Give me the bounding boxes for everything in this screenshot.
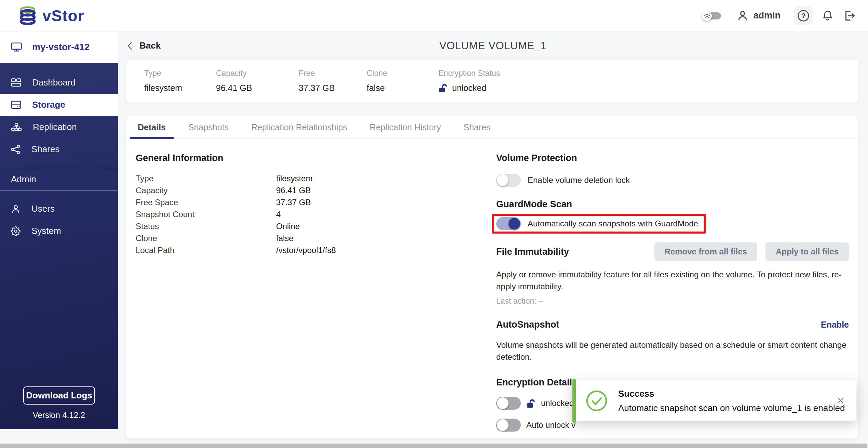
deletion-lock-row: Enable volume deletion lock <box>496 174 849 187</box>
success-check-icon <box>585 390 608 412</box>
horizontal-scrollbar[interactable] <box>0 444 868 448</box>
summary-clone: Clone false <box>367 69 438 103</box>
info-row: Free Space37.37 GB <box>136 196 496 208</box>
sidebar-section-admin: Admin <box>0 168 118 190</box>
sidebar-item-label: Storage <box>32 100 65 110</box>
server-monitor-icon <box>11 42 22 52</box>
info-row: Clonefalse <box>136 232 496 244</box>
brand-name: vStor <box>42 6 84 25</box>
sidebar-item-users[interactable]: Users <box>0 198 118 220</box>
close-icon <box>836 395 846 406</box>
info-row: Capacity96.41 GB <box>136 184 496 196</box>
sidebar: my-vstor-412 Dashboard Storage <box>0 31 118 429</box>
info-row: Typefilesystem <box>136 172 496 184</box>
server-name-row[interactable]: my-vstor-412 <box>0 31 118 63</box>
success-toast: Success Automatic snapshot scan on volum… <box>572 380 856 421</box>
storage-icon <box>11 101 21 109</box>
sidebar-nav: Dashboard Storage Replication <box>0 63 118 160</box>
help-button[interactable]: ? <box>794 6 813 25</box>
sidebar-item-label: Replication <box>33 122 77 132</box>
sidebar-item-system[interactable]: System <box>0 220 118 242</box>
page-title: VOLUME VOLUME_1 <box>118 31 868 60</box>
logout-button[interactable] <box>843 9 856 22</box>
toast-body: Success Automatic snapshot scan on volum… <box>618 388 845 413</box>
encryption-lock-label: unlocked <box>541 398 574 408</box>
sidebar-item-label: System <box>31 226 61 236</box>
autosnapshot-title: AutoSnapshot <box>496 319 559 330</box>
sidebar-item-shares[interactable]: Shares <box>0 138 118 160</box>
theme-toggle[interactable] <box>702 8 722 23</box>
horizontal-scrollbar-thumb[interactable] <box>0 444 867 448</box>
guardmode-label: Automatically scan snapshots with GuardM… <box>528 219 698 228</box>
sidebar-item-replication[interactable]: Replication <box>0 116 118 138</box>
tab-replication-relationships[interactable]: Replication Relationships <box>243 116 355 139</box>
guardmode-toggle[interactable] <box>496 217 521 230</box>
file-immutability-header: File Immutability Remove from all files … <box>496 242 849 261</box>
svg-text:?: ? <box>801 12 806 19</box>
file-immutability-description: Apply or remove immutability feature for… <box>496 268 849 292</box>
topbar-actions: admin ? <box>702 6 856 25</box>
unlock-icon <box>526 398 535 408</box>
user-menu[interactable]: admin <box>737 10 781 22</box>
info-row: Snapshot Count4 <box>136 208 496 220</box>
autosnapshot-enable-link[interactable]: Enable <box>821 320 849 330</box>
system-icon <box>11 226 21 236</box>
remove-from-all-files-button[interactable]: Remove from all files <box>654 242 757 261</box>
toast-title: Success <box>618 388 845 399</box>
page-header: Back VOLUME VOLUME_1 <box>118 31 868 60</box>
last-action-label: Last action: – <box>496 297 849 306</box>
volume-summary-card: Type filesystem Capacity 96.41 GB Free 3… <box>126 60 858 103</box>
summary-encryption-status: Encryption Status unlocked <box>438 69 500 103</box>
help-icon: ? <box>797 9 810 23</box>
unlock-icon <box>438 83 448 93</box>
toast-close-button[interactable] <box>836 395 846 406</box>
topbar: vStor admin ? <box>0 0 868 31</box>
tab-bar: Details Snapshots Replication Relationsh… <box>126 116 858 139</box>
bell-icon <box>822 10 834 22</box>
tab-shares[interactable]: Shares <box>456 116 498 139</box>
summary-type: Type filesystem <box>144 69 216 103</box>
autosnapshot-header: AutoSnapshot Enable <box>496 319 849 330</box>
tab-details[interactable]: Details <box>130 116 174 139</box>
server-name: my-vstor-412 <box>32 42 90 53</box>
encryption-lock-toggle[interactable] <box>496 397 521 410</box>
sidebar-item-label: Users <box>31 203 55 214</box>
brand: vStor <box>19 6 84 25</box>
notifications-button[interactable] <box>822 10 834 22</box>
toast-accent-bar <box>572 379 576 423</box>
sidebar-item-label: Shares <box>31 144 59 155</box>
deletion-lock-toggle[interactable] <box>496 174 521 187</box>
sun-icon <box>702 11 712 21</box>
apply-to-all-files-button[interactable]: Apply to all files <box>765 242 849 261</box>
user-icon <box>737 10 748 22</box>
volume-protection-title: Volume Protection <box>496 153 849 163</box>
users-icon <box>11 204 21 214</box>
auto-unlock-label: Auto unlock v <box>526 420 575 430</box>
guardmode-highlight-box: Automatically scan snapshots with GuardM… <box>492 214 706 234</box>
encryption-status-value: unlocked <box>452 83 486 93</box>
sidebar-item-dashboard[interactable]: Dashboard <box>0 71 118 94</box>
guardmode-title: GuardMode Scan <box>496 199 849 210</box>
vstor-logo-icon <box>19 6 36 25</box>
file-immutability-title: File Immutability <box>496 247 569 257</box>
summary-free: Free 37.37 GB <box>299 69 367 103</box>
sidebar-item-storage[interactable]: Storage <box>0 94 118 116</box>
tab-replication-history[interactable]: Replication History <box>362 116 449 139</box>
tab-snapshots[interactable]: Snapshots <box>180 116 236 139</box>
toast-message: Automatic snapshot scan on volume volume… <box>618 403 845 413</box>
sidebar-admin-nav: Users System <box>0 191 118 242</box>
summary-capacity: Capacity 96.41 GB <box>216 69 299 103</box>
info-row: StatusOnline <box>136 220 496 232</box>
dashboard-icon <box>11 78 21 87</box>
general-information-section: General Information Typefilesystem Capac… <box>136 139 496 432</box>
sidebar-item-label: Dashboard <box>32 77 76 88</box>
download-logs-button[interactable]: Download Logs <box>23 386 95 405</box>
deletion-lock-label: Enable volume deletion lock <box>528 175 630 185</box>
replication-icon <box>11 123 22 132</box>
logout-icon <box>843 9 856 22</box>
info-row: Local Path/vstor/vpool1/fs8 <box>136 244 496 256</box>
auto-unlock-toggle[interactable] <box>496 419 521 432</box>
shares-icon <box>11 145 21 154</box>
autosnapshot-description: Volume snapshots will be generated autom… <box>496 339 849 363</box>
username: admin <box>753 10 781 21</box>
